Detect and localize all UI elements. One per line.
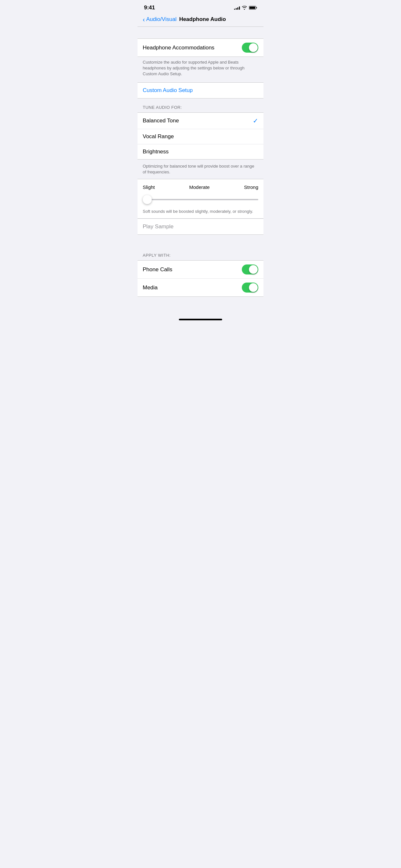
signal-bars-icon [234,6,240,10]
headphone-accommodations-row: Headphone Accommodations [137,39,264,57]
media-toggle[interactable] [242,283,258,292]
slider-description: Soft sounds will be boosted slightly, mo… [143,209,258,214]
moderate-label: Moderate [189,184,210,190]
back-chevron-icon: ‹ [143,16,145,23]
status-bar: 9:41 [137,0,264,13]
section-gap-1 [137,27,264,38]
nav-title: Headphone Audio [179,16,226,23]
phone-calls-knob [249,265,258,274]
balanced-tone-label: Balanced Tone [143,118,179,124]
accommodations-description: Customize the audio for supported Apple … [137,57,264,82]
boost-slider-section: Slight Moderate Strong Soft sounds will … [137,179,264,218]
battery-icon [249,6,257,10]
back-button[interactable]: ‹ Audio/Visual [143,16,177,23]
bottom-space [137,297,264,316]
media-label: Media [143,284,158,291]
slider-track-bg [143,199,258,200]
status-time: 9:41 [144,4,155,11]
headphone-accommodations-toggle[interactable] [242,42,258,53]
optimization-note: Optimizing for balanced tone will provid… [137,159,264,179]
phone-calls-toggle[interactable] [242,265,258,275]
home-bar [179,319,222,320]
svg-rect-1 [250,7,255,9]
vocal-range-label: Vocal Range [143,133,174,140]
nav-bar: ‹ Audio/Visual Headphone Audio [137,13,264,27]
balanced-tone-checkmark: ✓ [253,117,258,125]
toggle-knob [249,43,258,52]
slider-labels: Slight Moderate Strong [143,184,258,190]
balanced-tone-option[interactable]: Balanced Tone ✓ [137,113,264,129]
brightness-label: Brightness [143,149,168,155]
wifi-icon [242,6,247,10]
phone-calls-label: Phone Calls [143,267,173,273]
status-icons [234,6,257,10]
slight-label: Slight [143,184,155,190]
strong-label: Strong [244,184,258,190]
vocal-range-option[interactable]: Vocal Range [137,129,264,144]
tune-audio-header: TUNE AUDIO FOR: [137,98,264,113]
custom-audio-setup-row[interactable]: Custom Audio Setup [137,83,264,98]
section-gap-2 [137,235,264,246]
phone-calls-row: Phone Calls [137,260,264,279]
back-label: Audio/Visual [146,16,177,23]
tune-audio-options: Balanced Tone ✓ Vocal Range Brightness [137,113,264,159]
custom-audio-setup-link[interactable]: Custom Audio Setup [143,87,193,93]
media-knob [249,283,258,292]
brightness-option[interactable]: Brightness [137,144,264,159]
slider-thumb[interactable] [143,195,152,204]
media-row: Media [137,279,264,297]
apply-with-header: APPLY WITH: [137,246,264,260]
home-indicator [137,316,264,324]
play-sample-row[interactable]: Play Sample [137,219,264,235]
headphone-accommodations-label: Headphone Accommodations [143,44,214,51]
boost-slider[interactable] [143,194,258,206]
play-sample-label[interactable]: Play Sample [143,223,174,229]
